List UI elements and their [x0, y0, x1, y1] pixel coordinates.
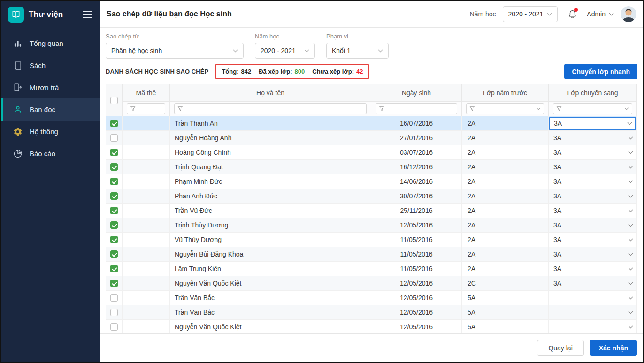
- row-checkbox-cell: [106, 160, 123, 174]
- row-checkbox[interactable]: [110, 309, 118, 316]
- new-class-select[interactable]: 3A: [549, 247, 636, 261]
- quick-transfer-button[interactable]: Chuyển lớp nhanh: [564, 64, 637, 79]
- sidebar-item-label: Tổng quan: [30, 39, 63, 47]
- new-class-select[interactable]: 3A: [549, 276, 636, 290]
- stat-total-value: 842: [241, 68, 251, 75]
- row-checkbox[interactable]: [110, 207, 118, 214]
- table-row[interactable]: Trần Thanh An 16/07/2016 2A 3A: [106, 116, 637, 131]
- new-class-select[interactable]: 3A: [549, 204, 636, 218]
- avatar[interactable]: [621, 6, 636, 22]
- row-checkbox[interactable]: [110, 280, 118, 287]
- new-class-select[interactable]: 3A: [549, 189, 636, 203]
- sidebar-item-books[interactable]: Sách: [1, 54, 100, 76]
- new-class-select[interactable]: 3A: [549, 262, 636, 276]
- new-class-value: 3A: [553, 207, 561, 214]
- row-checkbox[interactable]: [110, 120, 118, 127]
- chevron-down-icon: [628, 180, 633, 183]
- new-class-select[interactable]: 3A: [549, 160, 636, 174]
- row-checkbox[interactable]: [110, 178, 118, 185]
- row-checkbox[interactable]: [110, 134, 118, 142]
- table-row[interactable]: Trịnh Quang Đạt 16/12/2016 2A 3A: [106, 160, 637, 174]
- table-row[interactable]: Trần Vũ Đức 25/11/2016 2A 3A: [106, 204, 637, 218]
- table-row[interactable]: Phan Anh Đức 30/07/2016 2A 3A: [106, 189, 637, 204]
- sidebar-item-readers[interactable]: Bạn đọc: [1, 98, 100, 121]
- sidebar-item-overview[interactable]: Tổng quan: [1, 32, 100, 54]
- chevron-down-icon: [628, 267, 633, 271]
- row-checkbox-cell: [106, 262, 123, 276]
- card-filter-input[interactable]: [127, 103, 165, 114]
- name-filter-input[interactable]: [174, 103, 367, 114]
- back-button[interactable]: Quay lại: [537, 340, 583, 356]
- new-class-select[interactable]: 3A: [549, 218, 636, 232]
- dob-filter-input[interactable]: [376, 103, 457, 114]
- user-menu[interactable]: Admin: [587, 10, 614, 18]
- library-logo-icon: [11, 10, 21, 19]
- table-row[interactable]: Trịnh Thùy Dương 12/05/2016 2A 3A: [106, 218, 637, 233]
- cell-card: [123, 291, 170, 305]
- select-all-checkbox[interactable]: [110, 97, 118, 104]
- chevron-down-icon: [304, 49, 309, 53]
- column-header-prev-class[interactable]: Lớp năm trước: [462, 84, 549, 102]
- row-checkbox-cell: [106, 233, 123, 247]
- school-year-label: Năm học: [470, 10, 496, 18]
- filter-cell-new-class: [549, 102, 637, 116]
- table-row[interactable]: Nguyễn Hoàng Anh 27/01/2016 2A 3A: [106, 131, 637, 145]
- row-checkbox-cell: [106, 305, 123, 319]
- column-header-new-class[interactable]: Lớp chuyển sang: [549, 84, 637, 102]
- sidebar-item-reports[interactable]: Báo cáo: [1, 143, 100, 165]
- cell-dob: 12/05/2016: [371, 218, 462, 232]
- table-row[interactable]: Trần Văn Bắc 12/05/2016 5A: [106, 305, 637, 320]
- chevron-down-icon: [628, 325, 633, 329]
- school-year-select[interactable]: 2020 - 2021: [503, 6, 558, 22]
- table-row[interactable]: Vũ Thùy Dương 11/05/2016 2A 3A: [106, 233, 637, 247]
- row-checkbox[interactable]: [110, 323, 118, 331]
- row-checkbox[interactable]: [110, 265, 118, 272]
- menu-toggle-button[interactable]: [82, 9, 93, 20]
- table-row[interactable]: Nguyễn Bùi Đăng Khoa 11/05/2016 2A 3A: [106, 247, 637, 262]
- table-row[interactable]: Hoàng Công Chính 03/07/2016 2A 3A: [106, 145, 637, 160]
- row-checkbox[interactable]: [110, 149, 118, 156]
- new-class-select[interactable]: 3A: [549, 145, 636, 159]
- new-class-select[interactable]: 3A: [549, 233, 636, 247]
- sidebar-item-system[interactable]: Hệ thống: [1, 121, 100, 143]
- table-row[interactable]: Nguyễn Văn Quốc Kiệt 12/05/2016 5A: [106, 320, 637, 333]
- column-header-name[interactable]: Họ và tên: [170, 84, 371, 102]
- row-checkbox[interactable]: [110, 192, 118, 200]
- row-checkbox[interactable]: [110, 236, 118, 243]
- notification-bell-button[interactable]: [565, 7, 579, 21]
- new-class-select[interactable]: [549, 291, 636, 305]
- row-checkbox[interactable]: [110, 221, 118, 229]
- filter-school-year-select[interactable]: 2020 - 2021: [255, 43, 315, 59]
- sidebar-item-label: Bạn đọc: [30, 106, 55, 113]
- table-row[interactable]: Trần Văn Bắc 12/05/2016 5A: [106, 291, 637, 305]
- new-class-select[interactable]: 3A: [549, 174, 636, 189]
- row-checkbox[interactable]: [110, 250, 118, 258]
- cell-prev-class: 5A: [462, 320, 549, 333]
- column-header-dob[interactable]: Ngày sinh: [371, 84, 462, 102]
- copy-from-label: Sao chép từ: [106, 33, 244, 40]
- row-checkbox[interactable]: [110, 294, 118, 302]
- new-class-select[interactable]: 3A: [549, 131, 636, 145]
- cell-new-class: 3A: [549, 160, 637, 174]
- row-checkbox-cell: [106, 189, 123, 203]
- table-row[interactable]: Phạm Minh Đức 14/06/2016 2A 3A: [106, 174, 637, 189]
- confirm-button[interactable]: Xác nhận: [590, 340, 637, 356]
- new-class-filter-select[interactable]: [553, 103, 632, 114]
- table-row[interactable]: Lâm Trung Kiên 11/05/2016 2A 3A: [106, 262, 637, 276]
- row-checkbox[interactable]: [110, 163, 118, 171]
- sidebar-item-borrow-return[interactable]: Mượn trả: [1, 76, 100, 98]
- prev-class-filter-select[interactable]: [466, 103, 544, 114]
- cell-new-class: 3A: [549, 189, 637, 203]
- table-row[interactable]: Nguyễn Văn Quốc Kiệt 12/05/2016 2C 3A: [106, 276, 637, 291]
- cell-name: Trần Văn Bắc: [170, 305, 371, 319]
- column-header-card[interactable]: Mã thẻ: [123, 84, 170, 102]
- copy-from-select[interactable]: Phân hệ học sinh: [106, 43, 244, 59]
- new-class-select[interactable]: 3A: [549, 117, 636, 130]
- cell-card: [123, 145, 170, 159]
- cell-name: Trần Vũ Đức: [170, 204, 371, 218]
- copy-from-value: Phân hệ học sinh: [111, 47, 162, 54]
- new-class-select[interactable]: [549, 320, 636, 333]
- scope-select[interactable]: Khối 1: [326, 43, 389, 59]
- new-class-select[interactable]: [549, 305, 636, 319]
- stat-total: Tổng: 842: [222, 68, 251, 75]
